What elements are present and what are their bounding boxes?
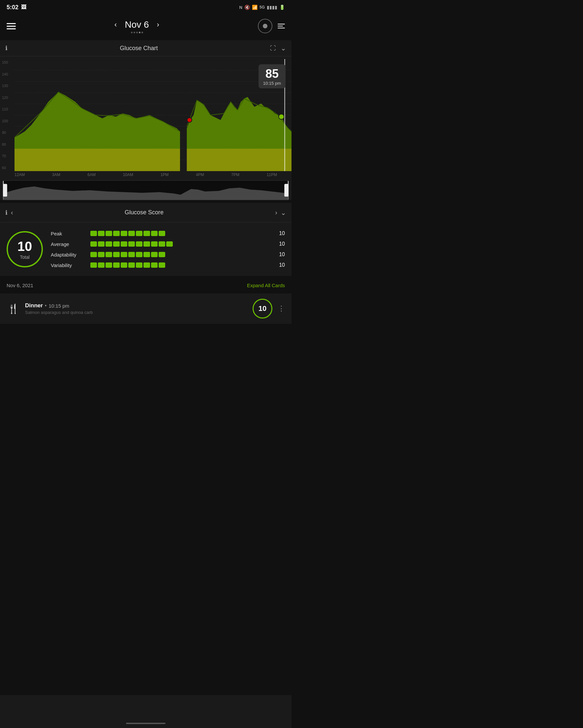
dinner-time: 10:15 pm	[49, 303, 69, 309]
peak-value: 10	[277, 231, 285, 236]
score-card-header: ℹ ‹ Glucose Score › ⌄	[0, 203, 292, 223]
average-label: Average	[51, 241, 87, 247]
y-label-110: 110	[2, 107, 12, 111]
average-row: Average 10	[51, 241, 285, 247]
chevron-down-icon[interactable]: ⌄	[281, 44, 286, 52]
peak-bar-8	[144, 231, 150, 236]
y-label-150: 150	[2, 60, 12, 64]
peak-bar-7	[136, 231, 143, 236]
x-label-12am: 12AM	[15, 173, 25, 177]
svg-rect-10	[187, 149, 292, 171]
y-label-140: 140	[2, 72, 12, 76]
y-label-80: 80	[2, 142, 12, 147]
glucose-chart-header: ℹ Glucose Chart ⛶ ⌄	[0, 40, 292, 56]
date-dots	[131, 32, 143, 33]
svg-rect-14	[3, 184, 7, 197]
status-bar: 5:02 🖼 N 🔇 📶 5G ▮▮▮▮ 🔋	[0, 0, 292, 15]
peak-bar-2	[98, 231, 104, 236]
score-next-arrow[interactable]: ›	[272, 207, 281, 217]
y-label-90: 90	[2, 131, 12, 134]
x-label-4pm: 4PM	[196, 173, 204, 177]
next-date-button[interactable]: ›	[154, 19, 162, 30]
peak-bar-6	[128, 231, 135, 236]
chart-info-icon[interactable]: ℹ	[5, 45, 7, 52]
peak-bar-3	[105, 231, 112, 236]
chart-header-icons: ⛶ ⌄	[270, 44, 286, 52]
glucose-chart-area: 150 140 130 120 110 100 90 80 70 60	[0, 56, 292, 200]
wifi-icon: 📶	[252, 5, 257, 10]
current-date: Nov 6	[125, 20, 149, 30]
dinner-info: Dinner • 10:15 pm Salmon asparagus and q…	[25, 302, 247, 315]
chart-x-labels: 12AM 3AM 6AM 10AM 1PM 4PM 7PM 11PM	[0, 171, 292, 178]
x-label-10am: 10AM	[123, 173, 133, 177]
dinner-score-circle: 10	[253, 299, 272, 318]
tooltip-value: 85	[263, 67, 281, 81]
peak-label: Peak	[51, 231, 87, 236]
score-prev-arrow[interactable]: ‹	[7, 207, 17, 217]
glucose-chart-card: ℹ Glucose Chart ⛶ ⌄ 150 140 130 120 110 …	[0, 40, 292, 200]
adaptability-row: Adaptability 10	[51, 252, 285, 258]
top-nav: ‹ Nov 6 ›	[0, 15, 292, 37]
total-score-circle: 10 Total	[7, 231, 43, 267]
x-label-1pm: 1PM	[160, 173, 169, 177]
date-nav: ‹ Nov 6 ›	[112, 19, 162, 30]
expand-all-cards-button[interactable]: Expand All Cards	[247, 283, 285, 288]
svg-rect-15	[284, 184, 288, 197]
time-display: 5:02	[7, 4, 19, 11]
score-chevron-icon[interactable]: ⌄	[281, 209, 286, 217]
prev-date-button[interactable]: ‹	[112, 19, 119, 30]
y-label-130: 130	[2, 84, 12, 88]
peak-bar-5	[121, 231, 127, 236]
tooltip-time: 10:15 pm	[263, 81, 281, 86]
record-button[interactable]	[258, 19, 272, 33]
y-label-120: 120	[2, 96, 12, 100]
filter-button[interactable]	[278, 24, 285, 28]
mini-chart[interactable]	[3, 180, 289, 200]
variability-row: Variability 10	[51, 262, 285, 268]
expand-icon[interactable]: ⛶	[270, 45, 276, 52]
score-info-icon[interactable]: ℹ	[5, 209, 7, 216]
filter-line-3	[278, 28, 285, 28]
date-expand-row: Nov 6, 2021 Expand All Cards	[0, 279, 292, 292]
x-label-6am: 6AM	[87, 173, 96, 177]
svg-rect-9	[15, 149, 180, 171]
red-dot	[187, 118, 192, 122]
glucose-tooltip: 85 10:15 pm	[258, 64, 285, 88]
dinner-meal-type: Dinner	[25, 302, 43, 309]
peak-bar-9	[151, 231, 158, 236]
y-label-70: 70	[2, 154, 12, 158]
image-icon: 🖼	[21, 4, 26, 10]
dinner-card[interactable]: 🍴 Dinner • 10:15 pm Salmon asparagus and…	[0, 293, 292, 324]
peak-bar-1	[90, 231, 97, 236]
x-label-7pm: 7PM	[231, 173, 239, 177]
adaptability-label: Adaptability	[51, 252, 87, 258]
total-score-value: 10	[18, 239, 32, 254]
y-label-60: 60	[2, 166, 12, 170]
nav-right-icons	[258, 19, 285, 33]
glucose-score-card: ℹ ‹ Glucose Score › ⌄ 10 Total Peak	[0, 203, 292, 276]
score-metrics: Peak 10	[51, 231, 285, 268]
glucose-chart-title: Glucose Chart	[7, 45, 270, 52]
variability-value: 10	[277, 262, 285, 268]
filter-line-2	[278, 26, 283, 26]
x-label-11pm: 11PM	[267, 173, 277, 177]
score-body: 10 Total Peak	[0, 223, 292, 276]
current-dot	[279, 114, 284, 119]
menu-button[interactable]	[7, 23, 16, 29]
y-label-100: 100	[2, 119, 12, 123]
peak-bar-4	[113, 231, 120, 236]
dinner-utensils-icon: 🍴	[7, 303, 20, 314]
n-icon: N	[239, 5, 243, 10]
5g-icon: 5G	[259, 5, 265, 9]
dinner-description: Salmon asparagus and quinoa carb	[25, 310, 247, 315]
status-icons: N 🔇 📶 5G ▮▮▮▮ 🔋	[239, 5, 285, 10]
average-value: 10	[277, 241, 285, 247]
mute-icon: 🔇	[244, 5, 250, 10]
adaptability-value: 10	[277, 252, 285, 258]
dinner-menu-button[interactable]: ⋮	[278, 304, 285, 313]
glucose-chart-svg	[15, 59, 292, 171]
status-time: 5:02 🖼	[7, 4, 26, 11]
peak-bar-10	[159, 231, 165, 236]
dinner-score-value: 10	[258, 304, 267, 313]
filter-line-1	[278, 24, 285, 24]
